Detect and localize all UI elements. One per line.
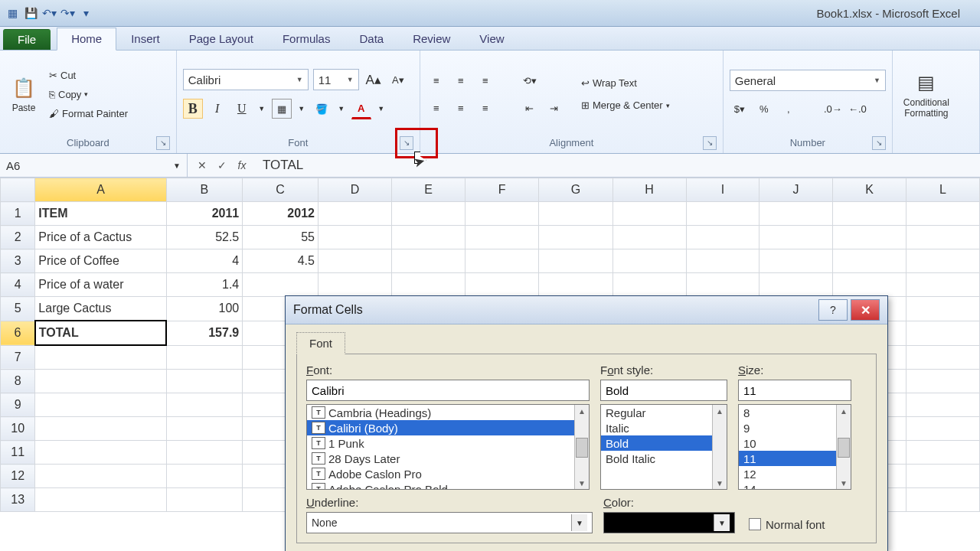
tab-page-layout[interactable]: Page Layout: [175, 28, 268, 50]
borders-dropdown-icon[interactable]: ▼: [296, 99, 307, 119]
help-button[interactable]: ?: [818, 299, 848, 321]
cell-A8[interactable]: [35, 370, 166, 393]
cell-B3[interactable]: 4: [166, 249, 243, 273]
cell-H2[interactable]: [612, 226, 686, 249]
fill-color-button[interactable]: 🪣: [312, 99, 332, 119]
col-header-K[interactable]: K: [832, 178, 906, 202]
list-item[interactable]: T1 Punk: [307, 435, 589, 451]
cell-A11[interactable]: [35, 441, 166, 465]
cell-L8[interactable]: [906, 370, 980, 393]
normal-font-checkbox[interactable]: Normal font: [749, 518, 825, 531]
cell-K4[interactable]: [832, 273, 906, 297]
underline-dropdown[interactable]: None▼: [306, 512, 593, 533]
undo-icon[interactable]: ↶▾: [41, 5, 57, 21]
cell-B2[interactable]: 52.5: [166, 226, 243, 249]
list-item[interactable]: Regular: [601, 405, 727, 420]
font-color-dropdown-icon[interactable]: ▼: [376, 99, 387, 119]
list-item[interactable]: TCambria (Headings): [307, 405, 589, 420]
copy-button[interactable]: ⎘Copy ▾: [46, 87, 131, 102]
col-header-L[interactable]: L: [906, 178, 980, 202]
align-left-icon[interactable]: ≡: [426, 98, 446, 118]
col-header-C[interactable]: C: [243, 178, 318, 202]
cell-I4[interactable]: [686, 273, 759, 297]
col-header-I[interactable]: I: [686, 178, 759, 202]
cell-L13[interactable]: [906, 488, 980, 512]
row-header-5[interactable]: 5: [1, 297, 35, 321]
list-item[interactable]: Italic: [601, 420, 727, 435]
cell-A12[interactable]: [35, 465, 166, 488]
tab-data[interactable]: Data: [345, 28, 398, 50]
clipboard-launcher[interactable]: ↘: [156, 136, 170, 150]
cell-K1[interactable]: [832, 202, 906, 226]
cell-H3[interactable]: [612, 249, 686, 273]
font-color-button[interactable]: A: [351, 98, 371, 119]
underline-dropdown-icon[interactable]: ▼: [256, 99, 267, 119]
bold-button[interactable]: B: [183, 99, 203, 119]
list-item[interactable]: TAdobe Caslon Pro: [307, 466, 589, 481]
cell-L2[interactable]: [906, 226, 980, 249]
cell-L6[interactable]: [906, 321, 980, 345]
dialog-titlebar[interactable]: Format Cells ? ✕: [286, 296, 887, 324]
fill-dropdown-icon[interactable]: ▼: [336, 99, 347, 119]
cell-A7[interactable]: [35, 345, 166, 370]
cell-F1[interactable]: [466, 202, 539, 226]
row-header-10[interactable]: 10: [1, 417, 35, 441]
cell-L4[interactable]: [906, 273, 980, 297]
cell-L12[interactable]: [906, 465, 980, 488]
col-header-E[interactable]: E: [392, 178, 466, 202]
name-box[interactable]: A6▼: [0, 154, 188, 177]
cell-B10[interactable]: [166, 417, 243, 441]
cell-B1[interactable]: 2011: [166, 202, 243, 226]
font-list[interactable]: TCambria (Headings)TCalibri (Body)T1 Pun…: [306, 404, 590, 490]
row-header-8[interactable]: 8: [1, 370, 35, 393]
cell-E3[interactable]: [392, 249, 466, 273]
italic-button[interactable]: I: [207, 99, 227, 119]
cut-button[interactable]: ✂Cut: [46, 68, 131, 83]
col-header-J[interactable]: J: [760, 178, 833, 202]
tab-file[interactable]: File: [3, 29, 51, 50]
row-header-2[interactable]: 2: [1, 226, 35, 249]
cell-A5[interactable]: Large Cactus: [35, 297, 166, 321]
cell-A3[interactable]: Price of Coffee: [35, 249, 166, 273]
cell-F3[interactable]: [466, 249, 539, 273]
cell-C2[interactable]: 55: [243, 226, 318, 249]
cell-B13[interactable]: [166, 488, 243, 512]
list-item[interactable]: 9: [739, 420, 851, 435]
underline-button[interactable]: U: [232, 99, 252, 119]
cell-A4[interactable]: Price of a water: [35, 273, 166, 297]
align-middle-icon[interactable]: ≡: [451, 70, 471, 90]
cell-B6[interactable]: 157.9: [166, 321, 243, 345]
list-item[interactable]: T28 Days Later: [307, 451, 589, 466]
cell-A1[interactable]: ITEM: [35, 202, 166, 226]
row-header-1[interactable]: 1: [1, 202, 35, 226]
cell-G1[interactable]: [539, 202, 612, 226]
cell-B12[interactable]: [166, 465, 243, 488]
borders-button[interactable]: ▦: [272, 99, 292, 119]
row-header-6[interactable]: 6: [1, 321, 35, 345]
cell-L3[interactable]: [906, 249, 980, 273]
cell-L10[interactable]: [906, 417, 980, 441]
increase-indent-icon[interactable]: ⇥: [544, 98, 564, 118]
list-item[interactable]: 8: [739, 405, 851, 420]
list-item[interactable]: 11: [739, 451, 851, 466]
align-bottom-icon[interactable]: ≡: [475, 70, 495, 90]
redo-icon[interactable]: ↷▾: [60, 5, 75, 21]
cell-D2[interactable]: [318, 226, 391, 249]
cell-J4[interactable]: [760, 273, 833, 297]
font-style-input[interactable]: [600, 380, 727, 401]
cell-G2[interactable]: [539, 226, 612, 249]
list-item[interactable]: 10: [739, 435, 851, 451]
select-all-corner[interactable]: [1, 178, 35, 202]
cancel-icon[interactable]: ✕: [194, 157, 211, 174]
comma-icon[interactable]: ,: [779, 99, 799, 119]
cell-L5[interactable]: [906, 297, 980, 321]
cell-B5[interactable]: 100: [166, 297, 243, 321]
formula-input[interactable]: TOTAL: [256, 158, 980, 173]
close-button[interactable]: ✕: [851, 299, 880, 321]
cell-G3[interactable]: [539, 249, 612, 273]
col-header-A[interactable]: A: [35, 178, 166, 202]
row-header-9[interactable]: 9: [1, 393, 35, 417]
cell-I1[interactable]: [686, 202, 759, 226]
cell-K3[interactable]: [832, 249, 906, 273]
col-header-F[interactable]: F: [466, 178, 539, 202]
